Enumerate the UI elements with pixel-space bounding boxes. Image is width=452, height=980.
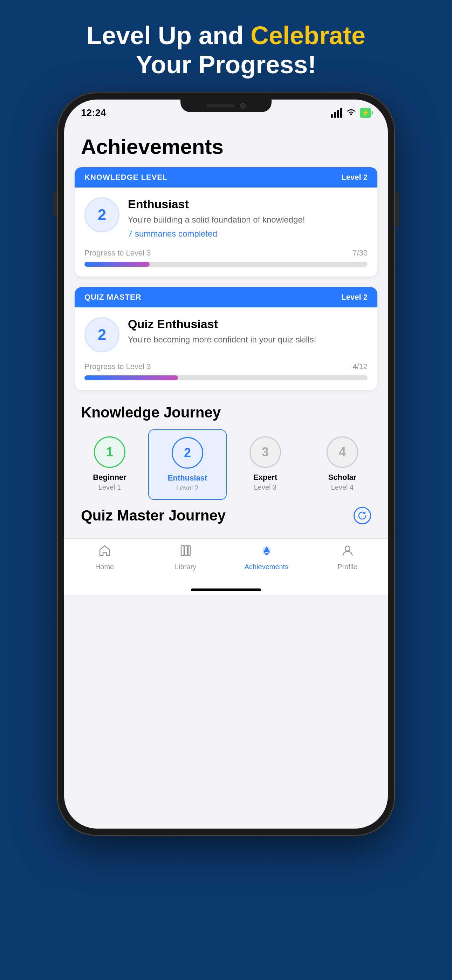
phone-screen: 12:24 — [64, 100, 388, 829]
quiz-info-row: 2 Quiz Enthusiast You're becoming more c… — [84, 317, 368, 352]
quiz-card-text: Quiz Enthusiast You're becoming more con… — [128, 317, 316, 349]
journey-name-expert: Expert — [253, 473, 277, 482]
quiz-progress-section: Progress to Level 3 4/12 — [84, 362, 368, 380]
tab-home-label: Home — [95, 563, 114, 571]
svg-point-0 — [350, 113, 352, 115]
journey-item-enthusiast[interactable]: 2 Enthusiast Level 2 — [148, 430, 227, 500]
quiz-progress-bar-fill — [84, 375, 178, 380]
home-icon — [98, 544, 111, 560]
quiz-journey-title: Quiz Master Journey — [81, 507, 226, 524]
journey-level-scholar: Level 4 — [331, 483, 354, 492]
achievements-title: Achievements — [64, 124, 388, 167]
quiz-progress-label: Progress to Level 3 — [84, 362, 151, 371]
knowledge-journey-title: Knowledge Journey — [64, 401, 388, 430]
knowledge-card-body: 2 Enthusiast You're building a solid fou… — [75, 188, 377, 277]
status-icons: ⚡ — [331, 108, 371, 118]
knowledge-progress-bar-bg — [84, 262, 368, 267]
battery-icon: ⚡ — [360, 108, 371, 118]
quiz-card-description: You're becoming more confident in your q… — [128, 334, 316, 345]
quiz-journey-title-row: Quiz Master Journey — [64, 500, 388, 531]
tab-library-label: Library — [175, 563, 196, 571]
quiz-header-level: Level 2 — [341, 293, 368, 302]
svg-rect-2 — [185, 546, 188, 555]
library-icon — [179, 544, 193, 560]
knowledge-completed-link[interactable]: 7 summaries completed — [128, 229, 217, 238]
journey-name-enthusiast: Enthusiast — [168, 474, 207, 483]
journey-badge-expert: 3 — [250, 436, 281, 468]
journey-badge-beginner: 1 — [94, 436, 126, 468]
journey-item-beginner[interactable]: 1 Beginner Level 1 — [71, 430, 148, 500]
quiz-progress-count: 4/12 — [352, 362, 368, 371]
tab-achievements-label: Achievements — [245, 563, 289, 571]
header-line1-normal: Level Up and — [86, 21, 244, 49]
tab-achievements[interactable]: Achievements — [226, 544, 307, 571]
page-header: Level Up and Celebrate Your Progress! — [73, 0, 379, 93]
notch-speaker — [206, 105, 234, 107]
svg-point-4 — [345, 546, 350, 551]
quiz-card-title: Quiz Enthusiast — [128, 317, 316, 331]
journey-level-enthusiast: Level 2 — [176, 484, 199, 492]
journey-name-scholar: Scholar — [328, 473, 357, 482]
journey-level-expert: Level 3 — [254, 483, 277, 492]
achievements-icon — [260, 544, 273, 560]
signal-bars-icon — [331, 108, 342, 118]
status-time: 12:24 — [81, 107, 106, 118]
knowledge-level-card: KNOWLEDGE LEVEL Level 2 2 Enthusiast You… — [75, 167, 377, 277]
tab-bar: Home Library — [64, 538, 388, 585]
quiz-master-card: QUIZ MASTER Level 2 2 Quiz Enthusiast Yo… — [75, 287, 377, 390]
phone-frame: 12:24 — [58, 93, 394, 835]
journey-level-beginner: Level 1 — [99, 483, 121, 492]
tab-home[interactable]: Home — [64, 544, 145, 571]
journey-badge-scholar: 4 — [326, 436, 358, 468]
phone-notch — [180, 100, 272, 112]
knowledge-level-badge: 2 — [84, 197, 119, 232]
wifi-icon — [346, 108, 357, 118]
svg-rect-1 — [181, 546, 184, 555]
journey-item-scholar[interactable]: 4 Scholar Level 4 — [304, 430, 381, 500]
phone-device: 12:24 — [58, 93, 394, 835]
quiz-header-label: QUIZ MASTER — [84, 293, 142, 302]
knowledge-header-label: KNOWLEDGE LEVEL — [84, 173, 167, 182]
knowledge-card-title: Enthusiast — [128, 197, 305, 211]
svg-rect-3 — [188, 546, 190, 555]
knowledge-card-description: You're building a solid foundation of kn… — [128, 214, 305, 226]
journey-badge-enthusiast: 2 — [172, 437, 203, 469]
quiz-card-body: 2 Quiz Enthusiast You're becoming more c… — [75, 307, 377, 390]
journey-item-expert[interactable]: 3 Expert Level 3 — [227, 430, 304, 500]
home-bar — [191, 589, 261, 591]
battery-bolt-icon: ⚡ — [361, 109, 369, 117]
knowledge-card-header: KNOWLEDGE LEVEL Level 2 — [75, 167, 377, 188]
header-line2: Your Progress! — [136, 51, 317, 78]
quiz-level-badge: 2 — [84, 317, 119, 352]
knowledge-info-row: 2 Enthusiast You're building a solid fou… — [84, 197, 368, 239]
knowledge-card-text: Enthusiast You're building a solid found… — [128, 197, 305, 239]
knowledge-progress-section: Progress to Level 3 7/30 — [84, 248, 368, 267]
profile-icon — [341, 544, 354, 560]
knowledge-progress-bar-fill — [84, 262, 150, 267]
refresh-icon[interactable] — [353, 507, 371, 524]
tab-profile-label: Profile — [337, 563, 357, 571]
header-line1-highlight: Celebrate — [250, 21, 366, 49]
quiz-progress-meta: Progress to Level 3 4/12 — [84, 362, 368, 371]
notch-camera — [240, 103, 246, 109]
quiz-card-header: QUIZ MASTER Level 2 — [75, 287, 377, 307]
tab-profile[interactable]: Profile — [307, 544, 388, 571]
screen-content: Achievements KNOWLEDGE LEVEL Level 2 2 E… — [64, 121, 388, 595]
knowledge-header-level: Level 2 — [341, 173, 368, 182]
tab-library[interactable]: Library — [145, 544, 226, 571]
knowledge-journey-row: 1 Beginner Level 1 2 Enthusiast Level 2 … — [64, 430, 388, 500]
knowledge-progress-meta: Progress to Level 3 7/30 — [84, 248, 368, 258]
home-indicator — [64, 585, 388, 595]
quiz-progress-bar-bg — [84, 375, 368, 380]
knowledge-progress-count: 7/30 — [352, 248, 368, 258]
journey-name-beginner: Beginner — [93, 473, 126, 482]
knowledge-progress-label: Progress to Level 3 — [84, 248, 151, 258]
